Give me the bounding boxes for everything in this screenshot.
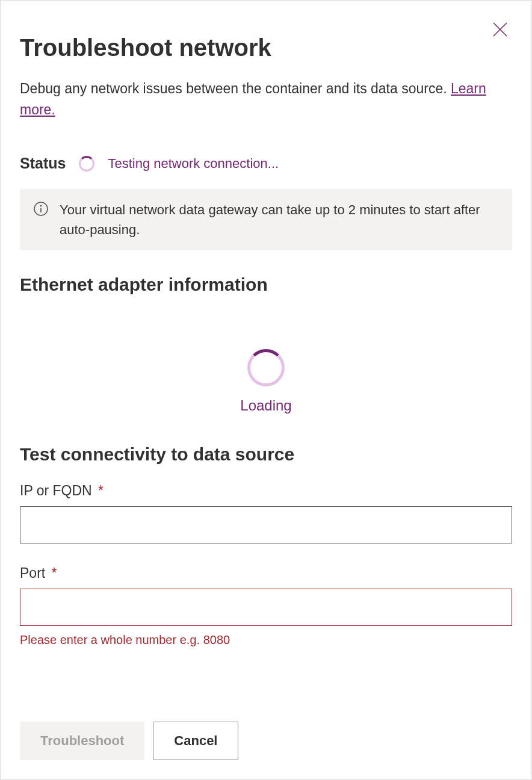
- footer-actions: Troubleshoot Cancel: [20, 710, 512, 760]
- port-label: Port *: [20, 565, 512, 581]
- port-label-text: Port: [20, 565, 45, 581]
- spinner-icon: [79, 156, 94, 172]
- troubleshoot-button[interactable]: Troubleshoot: [20, 722, 144, 760]
- close-button[interactable]: [488, 17, 512, 42]
- connectivity-heading: Test connectivity to data source: [20, 444, 512, 465]
- ip-input[interactable]: [20, 506, 512, 543]
- ip-form-group: IP or FQDN *: [20, 483, 512, 543]
- status-label: Status: [20, 155, 66, 172]
- troubleshoot-network-panel: Troubleshoot network Debug any network i…: [0, 0, 532, 780]
- ip-label: IP or FQDN *: [20, 483, 512, 499]
- required-marker: *: [98, 483, 104, 498]
- status-message: Testing network connection...: [108, 156, 279, 172]
- svg-point-3: [40, 205, 42, 207]
- status-row: Status Testing network connection...: [20, 155, 512, 172]
- info-icon: [33, 201, 49, 219]
- required-marker: *: [52, 565, 57, 581]
- port-error-message: Please enter a whole number e.g. 8080: [20, 633, 512, 647]
- cancel-button[interactable]: Cancel: [153, 722, 238, 760]
- port-input[interactable]: [20, 589, 512, 626]
- page-title: Troubleshoot network: [20, 34, 512, 61]
- info-banner: Your virtual network data gateway can ta…: [20, 189, 512, 250]
- loading-text: Loading: [240, 397, 291, 414]
- close-icon: [492, 21, 509, 38]
- description-text: Debug any network issues between the con…: [20, 81, 451, 96]
- ethernet-heading: Ethernet adapter information: [20, 274, 512, 295]
- port-form-group: Port * Please enter a whole number e.g. …: [20, 565, 512, 647]
- page-description: Debug any network issues between the con…: [20, 78, 512, 120]
- info-banner-text: Your virtual network data gateway can ta…: [60, 200, 499, 240]
- ip-label-text: IP or FQDN: [20, 483, 92, 498]
- ethernet-loading: Loading: [20, 349, 512, 414]
- spinner-icon: [247, 349, 285, 386]
